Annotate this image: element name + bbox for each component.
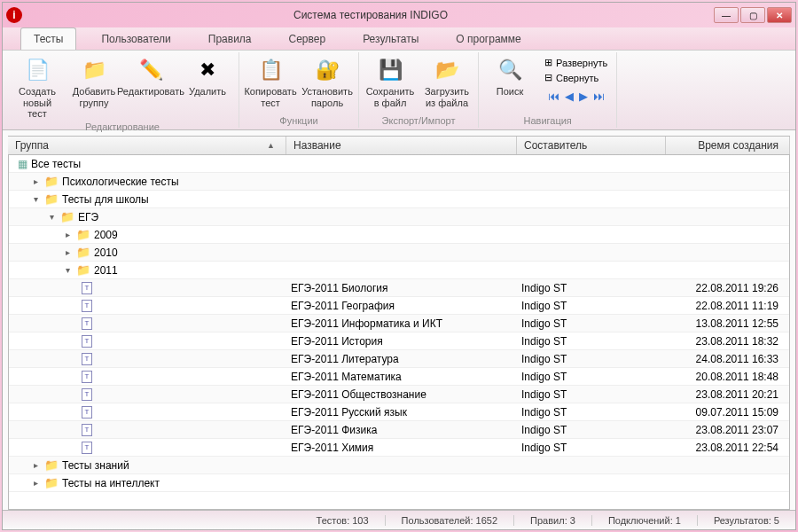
test-row[interactable]: TЕГЭ-2011 БиологияIndigo ST22.08.2011 19…	[9, 279, 789, 297]
main-window: i Система тестирования INDIGO — ▢ ✕ Тест…	[2, 2, 796, 530]
expander-icon[interactable]: ▸	[30, 176, 41, 186]
test-row[interactable]: TЕГЭ-2011 ХимияIndigo ST23.08.2011 22:54	[9, 439, 789, 457]
delete-button-icon: ✖	[193, 56, 222, 84]
grid-body[interactable]: ▦Все тесты▸📁Психологические тесты▾📁Тесты…	[8, 155, 790, 510]
search-icon: 🔍	[496, 56, 524, 84]
all-tests-icon: ▦	[18, 158, 27, 170]
tab-0[interactable]: Тесты	[20, 27, 76, 50]
column-author[interactable]: Составитель	[517, 137, 666, 154]
expander-icon[interactable]: ▾	[30, 194, 41, 204]
status-tests: Тестов: 103	[301, 515, 385, 526]
expander-icon[interactable]: ▾	[62, 265, 73, 275]
expander-icon[interactable]: ▾	[46, 212, 57, 222]
test-icon: T	[82, 442, 92, 454]
expander-icon[interactable]: ▸	[62, 230, 73, 239]
folder-icon: 📁	[44, 192, 59, 206]
folder-icon: 📁	[44, 476, 59, 489]
add-group-button-icon: 📁	[80, 56, 108, 84]
test-icon: T	[82, 300, 92, 312]
test-icon: T	[82, 353, 92, 365]
nav-buttons: ⏮◀▶⏭	[541, 90, 611, 103]
tab-4[interactable]: Результаты	[350, 28, 431, 50]
ribbon-group-2: 💾Сохранить в файл📂Загрузить из файлаЭксп…	[359, 52, 479, 128]
ribbon-group-1: 📋Копировать тест🔐Установить парольФункци…	[239, 52, 359, 128]
folder-row[interactable]: ▸📁2009	[9, 226, 789, 244]
folder-icon: 📁	[76, 246, 90, 259]
status-connections: Подключений: 1	[591, 515, 697, 526]
app-icon: i	[6, 7, 22, 23]
column-group[interactable]: Группа▲	[8, 137, 286, 154]
load-file-button-icon: 📂	[433, 56, 461, 84]
tab-3[interactable]: Сервер	[277, 28, 339, 50]
statusbar: Тестов: 103 Пользователей: 1652 Правил: …	[3, 510, 795, 529]
test-icon: T	[82, 406, 92, 419]
folder-icon: 📁	[44, 175, 59, 188]
folder-row[interactable]: ▸📁2010	[9, 244, 789, 262]
tab-5[interactable]: О программе	[443, 28, 533, 50]
folder-row[interactable]: ▸📁Психологические тесты	[9, 173, 789, 191]
folder-row[interactable]: ▸📁Тесты знаний	[9, 457, 789, 474]
copy-test-button[interactable]: 📋Копировать тест	[245, 54, 296, 110]
titlebar: i Система тестирования INDIGO — ▢ ✕	[3, 3, 795, 27]
grid-header: Группа▲ Название Составитель Время созда…	[8, 136, 790, 155]
status-results: Результатов: 5	[697, 515, 795, 526]
column-name[interactable]: Название	[286, 137, 517, 154]
folder-icon: 📁	[44, 458, 59, 472]
expand-all-button-icon: ⊞	[544, 57, 552, 68]
set-password-button[interactable]: 🔐Установить пароль	[301, 54, 353, 110]
tab-2[interactable]: Правила	[196, 28, 264, 50]
status-users: Пользователей: 1652	[385, 515, 514, 526]
folder-icon: 📁	[76, 263, 90, 277]
close-button[interactable]: ✕	[767, 7, 792, 23]
search-button[interactable]: 🔍Поиск	[484, 54, 536, 99]
copy-test-button-icon: 📋	[256, 56, 285, 84]
minimize-button[interactable]: —	[714, 7, 739, 23]
test-row[interactable]: TЕГЭ-2011 ЛитератураIndigo ST24.08.2011 …	[9, 350, 789, 368]
expander-icon[interactable]: ▸	[30, 460, 41, 470]
edit-button-icon: ✏️	[137, 56, 165, 84]
set-password-button-icon: 🔐	[313, 56, 341, 84]
test-icon: T	[82, 317, 92, 330]
test-row[interactable]: TЕГЭ-2011 ФизикаIndigo ST23.08.2011 23:0…	[9, 421, 789, 439]
main-tabs: ТестыПользователиПравилаСерверРезультаты…	[3, 27, 795, 51]
folder-row[interactable]: ▦Все тесты	[9, 155, 789, 173]
create-test-button[interactable]: 📄Создать новый тест	[12, 54, 63, 121]
column-date[interactable]: Время создания	[666, 137, 790, 154]
nav-btn-2[interactable]: ▶	[579, 90, 588, 103]
collapse-all-button-icon: ⊟	[544, 72, 552, 83]
status-rules: Правил: 3	[513, 515, 591, 526]
test-row[interactable]: TЕГЭ-2011 МатематикаIndigo ST20.08.2011 …	[9, 368, 789, 386]
test-row[interactable]: TЕГЭ-2011 ИсторияIndigo ST23.08.2011 18:…	[9, 332, 789, 350]
add-group-button[interactable]: 📁Добавить группу	[68, 54, 120, 110]
test-row[interactable]: TЕГЭ-2011 ГеографияIndigo ST22.08.2011 1…	[9, 297, 789, 315]
expander-icon[interactable]: ▸	[62, 247, 73, 257]
create-test-button-icon: 📄	[23, 56, 51, 84]
test-icon: T	[82, 388, 92, 401]
window-title: Система тестирования INDIGO	[27, 9, 714, 21]
folder-row[interactable]: ▾📁2011	[9, 262, 789, 279]
folder-row[interactable]: ▾📁Тесты для школы	[9, 191, 789, 208]
nav-btn-1[interactable]: ◀	[565, 90, 574, 103]
expand-all-button[interactable]: ⊞Развернуть	[541, 56, 611, 69]
tab-1[interactable]: Пользователи	[89, 28, 183, 50]
folder-icon: 📁	[76, 228, 90, 241]
folder-row[interactable]: ▸📁Тесты на интеллект	[9, 474, 789, 492]
folder-row[interactable]: ▾📁ЕГЭ	[9, 208, 789, 226]
nav-btn-0[interactable]: ⏮	[548, 90, 559, 103]
edit-button[interactable]: ✏️Редактировать	[125, 54, 176, 99]
load-file-button[interactable]: 📂Загрузить из файла	[421, 54, 473, 110]
test-row[interactable]: TЕГЭ-2011 Русский языкIndigo ST09.07.201…	[9, 403, 789, 421]
test-row[interactable]: TЕГЭ-2011 ОбществознаниеIndigo ST23.08.2…	[9, 386, 789, 403]
save-file-button[interactable]: 💾Сохранить в файл	[364, 54, 416, 110]
expander-icon[interactable]: ▸	[30, 478, 41, 488]
nav-btn-3[interactable]: ⏭	[593, 90, 605, 103]
collapse-all-button[interactable]: ⊟Свернуть	[541, 71, 611, 84]
test-icon: T	[82, 424, 92, 436]
delete-button[interactable]: ✖Удалить	[182, 54, 233, 99]
maximize-button[interactable]: ▢	[740, 7, 765, 23]
test-row[interactable]: TЕГЭ-2011 Информатика и ИКТIndigo ST13.0…	[9, 315, 789, 332]
test-icon: T	[82, 335, 92, 348]
ribbon-group-3: 🔍Поиск⊞Развернуть⊟Свернуть⏮◀▶⏭Навигация	[479, 52, 617, 128]
save-file-button-icon: 💾	[376, 56, 404, 84]
folder-icon: 📁	[60, 210, 74, 223]
